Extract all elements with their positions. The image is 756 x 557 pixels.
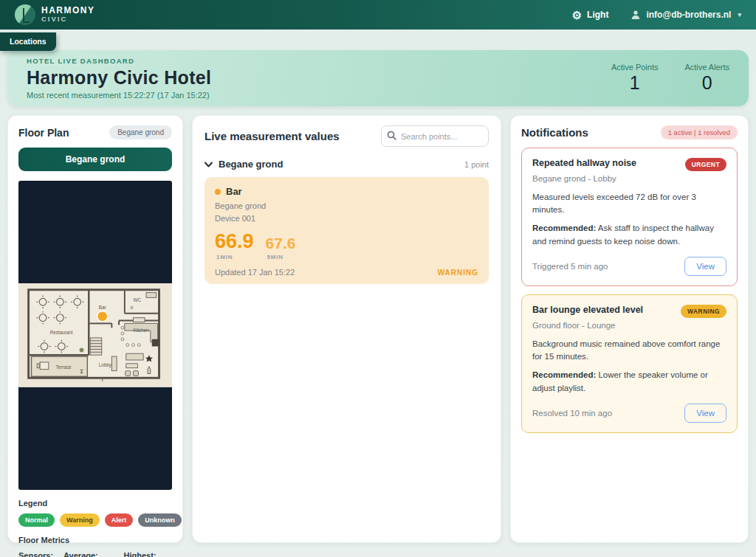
room-label-restaurant: Restaurant bbox=[50, 330, 73, 335]
highest-metric: Highest: 66.9 dB bbox=[124, 551, 172, 557]
active-alerts-stat: Active Alerts 0 bbox=[684, 63, 729, 94]
point-meta: Begane grond Device 001 bbox=[215, 200, 478, 224]
notification-card-urgent: Repeated hallway noise URGENT Begane gro… bbox=[521, 148, 738, 286]
person-icon bbox=[630, 10, 641, 20]
active-points-label: Active Points bbox=[611, 63, 659, 72]
room-label-bar: Bar bbox=[99, 305, 106, 310]
value-5min: 67.6 5MIN bbox=[266, 235, 296, 260]
point-name: Bar bbox=[226, 186, 242, 197]
search-icon bbox=[387, 131, 396, 140]
notification-location: Ground floor - Lounge bbox=[532, 321, 726, 330]
legend-title: Legend bbox=[18, 499, 172, 508]
view-button[interactable]: View bbox=[684, 257, 726, 276]
user-email: info@db-brothers.nl bbox=[646, 10, 731, 20]
notification-card-warning: Bar lounge elevated level WARNING Ground… bbox=[521, 294, 738, 433]
theme-toggle-label: Light bbox=[587, 10, 608, 20]
notification-location: Begane grond - Lobby bbox=[532, 174, 726, 183]
notification-recommendation: Recommended: Ask staff to inspect the ha… bbox=[532, 222, 726, 249]
floor-badge: Begane grond bbox=[109, 125, 172, 139]
active-points-stat: Active Points 1 bbox=[611, 63, 659, 94]
notifications-panel: Notifications 1 active | 1 resolved Repe… bbox=[510, 115, 749, 543]
value-1min: 66.9 1MIN bbox=[215, 232, 254, 260]
notification-body: Background music remained above comfort … bbox=[532, 338, 726, 362]
hotel-header-card: HOTEL LIVE DASHBOARD Harmony Civic Hotel… bbox=[7, 50, 749, 106]
locations-tab[interactable]: Locations bbox=[0, 32, 56, 51]
floor-group-toggle[interactable]: Begane grond 1 point bbox=[205, 159, 489, 170]
brand-name: HARMONY bbox=[41, 6, 95, 16]
legend-alert-pill: Alert bbox=[105, 513, 134, 527]
gear-icon: ⚙ bbox=[572, 10, 582, 21]
harmony-civic-logo-icon bbox=[15, 4, 35, 25]
floor-plan-drawing: Restaurant Bar WC Kitchen Lobby Terrace bbox=[18, 283, 172, 387]
view-button[interactable]: View bbox=[684, 404, 726, 423]
top-navbar: HARMONY CIVIC ⚙ Light info@db-brothers.n… bbox=[0, 0, 756, 30]
search-box bbox=[381, 125, 489, 147]
status-dot-icon bbox=[215, 189, 221, 195]
brand-subname: CIVIC bbox=[41, 15, 95, 24]
room-label-wc: WC bbox=[134, 297, 142, 302]
point-device: Device 001 bbox=[215, 212, 478, 225]
legend-row: Normal Warning Alert Unknown bbox=[18, 513, 172, 527]
severity-badge-warning: WARNING bbox=[681, 305, 726, 318]
notification-recommendation: Recommended: Lower the speaker volume or… bbox=[532, 369, 726, 395]
search-input[interactable] bbox=[381, 125, 489, 147]
chevron-down-icon: ▾ bbox=[738, 11, 741, 18]
notifications-title: Notifications bbox=[521, 126, 588, 139]
live-values-title: Live measurement values bbox=[205, 130, 340, 142]
floor-plan-viewport[interactable]: Restaurant Bar WC Kitchen Lobby Terrace bbox=[18, 181, 172, 490]
theme-toggle[interactable]: ⚙ Light bbox=[572, 10, 609, 21]
severity-badge-urgent: URGENT bbox=[685, 158, 726, 171]
page-title: Harmony Civic Hotel bbox=[27, 67, 211, 89]
dashboard-eyebrow: HOTEL LIVE DASHBOARD bbox=[27, 57, 211, 65]
point-floor: Begane grond bbox=[215, 200, 478, 212]
floor-metrics-line: Sensors: 1 Average: 66.9 dB Highest: 66.… bbox=[18, 551, 172, 557]
notification-body: Measured levels exceeded 72 dB for over … bbox=[532, 191, 726, 215]
floor-metrics-title: Floor Metrics bbox=[18, 536, 172, 544]
legend-warning-pill: Warning bbox=[60, 513, 100, 527]
user-menu[interactable]: info@db-brothers.nl ▾ bbox=[630, 10, 741, 20]
sensor-marker-bar[interactable] bbox=[97, 311, 107, 321]
notifications-count-badge: 1 active | 1 resolved bbox=[661, 125, 738, 139]
measurement-point-card-bar[interactable]: Bar Begane grond Device 001 66.9 1MIN 67… bbox=[205, 177, 489, 284]
brand[interactable]: HARMONY CIVIC bbox=[15, 4, 95, 25]
room-label-lobby: Lobby bbox=[99, 362, 112, 368]
average-metric: Average: 66.9 dB bbox=[63, 551, 113, 557]
point-status-badge: WARNING bbox=[438, 269, 478, 277]
floor-plan-title: Floor Plan bbox=[18, 127, 69, 139]
floor-plan-panel: Floor Plan Begane grond Begane grond bbox=[7, 115, 183, 543]
active-points-value: 1 bbox=[630, 72, 640, 94]
point-updated: Updated 17 Jan 15:22 bbox=[215, 268, 295, 277]
notification-title: Repeated hallway noise bbox=[532, 158, 636, 168]
floor-group-count: 1 point bbox=[464, 160, 489, 169]
room-label-kitchen: Kitchen bbox=[134, 328, 150, 333]
active-alerts-label: Active Alerts bbox=[684, 63, 729, 72]
legend-normal-pill: Normal bbox=[18, 513, 55, 527]
live-values-panel: Live measurement values Begane grond 1 p… bbox=[192, 115, 501, 543]
chevron-down-icon bbox=[205, 162, 213, 167]
sensors-metric: Sensors: 1 bbox=[18, 551, 53, 557]
last-measurement-text: Most recent measurement 15:22:27 (17 Jan… bbox=[27, 91, 211, 100]
notification-title: Bar lounge elevated level bbox=[532, 305, 643, 315]
active-alerts-value: 0 bbox=[702, 72, 712, 94]
room-label-terrace: Terrace bbox=[56, 364, 72, 370]
notification-time: Resolved 10 min ago bbox=[532, 409, 612, 418]
floor-select-button[interactable]: Begane grond bbox=[18, 148, 172, 171]
notification-time: Triggered 5 min ago bbox=[532, 262, 608, 271]
floor-group-name: Begane grond bbox=[219, 159, 283, 170]
legend-unknown-pill: Unknown bbox=[138, 513, 182, 527]
